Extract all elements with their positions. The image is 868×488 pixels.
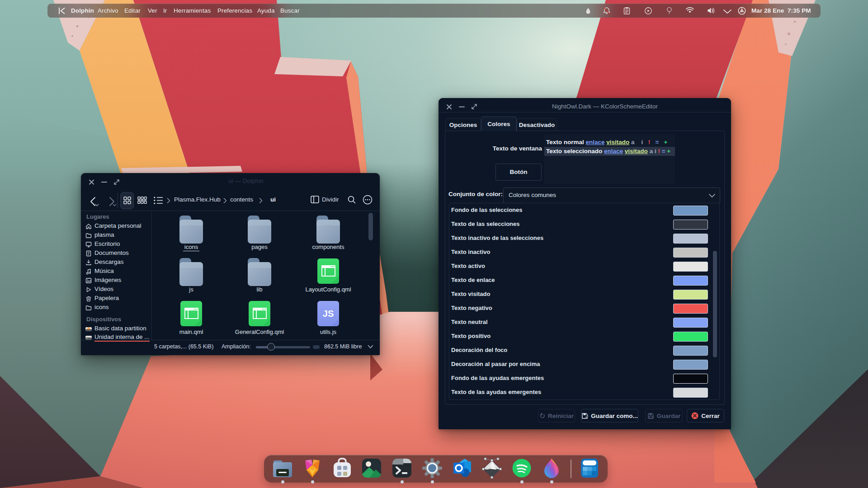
- svg-text:JS: JS: [323, 309, 334, 319]
